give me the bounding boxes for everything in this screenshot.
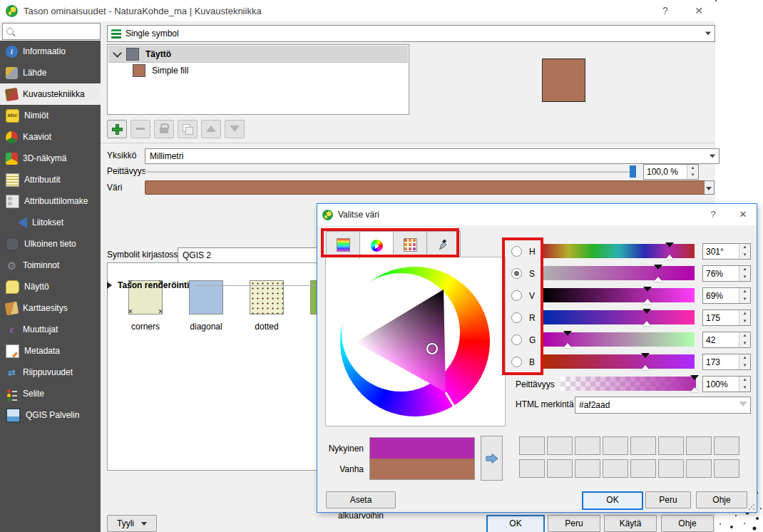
style-menu-button[interactable]: Tyyli bbox=[107, 515, 157, 532]
swatch-cell[interactable] bbox=[547, 436, 573, 455]
close-window-button[interactable]: ✕ bbox=[685, 0, 713, 21]
hue-slider[interactable] bbox=[543, 244, 695, 258]
spin-buttons[interactable]: ▲▼ bbox=[739, 310, 750, 325]
add-to-swatches-button[interactable] bbox=[481, 436, 503, 481]
spin-down-icon[interactable]: ▼ bbox=[739, 340, 750, 348]
hue-spinbox[interactable]: 301°▲▼ bbox=[702, 243, 751, 260]
ok-button[interactable]: OK bbox=[486, 515, 545, 532]
swatch-cell[interactable] bbox=[714, 436, 739, 455]
dialog-cancel-button[interactable]: Peru bbox=[645, 491, 691, 508]
swatch-cell[interactable] bbox=[603, 459, 628, 478]
spin-buttons[interactable]: ▲▼ bbox=[739, 288, 750, 303]
sidebar-item-rendering[interactable]: Karttaesitys bbox=[0, 297, 101, 319]
blue-slider[interactable] bbox=[543, 354, 695, 369]
sidebar-item-display[interactable]: Näyttö bbox=[0, 276, 101, 297]
sidebar-item-symbology[interactable]: Kuvaustekniikka bbox=[0, 83, 101, 105]
sidebar-item-view3d[interactable]: 3D-näkymä bbox=[0, 148, 101, 169]
move-down-button[interactable] bbox=[225, 120, 245, 138]
spin-up-icon[interactable]: ▲ bbox=[739, 310, 750, 318]
spin-buttons[interactable]: ▲▼ bbox=[687, 165, 698, 179]
opacity-spinbox[interactable]: 100,0 % ▲▼ bbox=[643, 164, 699, 180]
sidebar-item-actions[interactable]: Toiminnot bbox=[0, 255, 101, 276]
html-notation-input[interactable]: #af2aad bbox=[575, 397, 751, 414]
saturation-spinbox[interactable]: 76%▲▼ bbox=[702, 265, 751, 282]
tab-color-swatches[interactable] bbox=[393, 231, 426, 258]
tab-color-wheel[interactable] bbox=[359, 231, 393, 259]
spin-down-icon[interactable]: ▼ bbox=[739, 318, 750, 326]
expand-chevron-icon[interactable] bbox=[113, 48, 122, 58]
opacity-slider[interactable] bbox=[145, 171, 630, 173]
green-spinbox[interactable]: 42▲▼ bbox=[702, 332, 751, 348]
spin-up-icon[interactable]: ▲ bbox=[739, 354, 750, 362]
radio-saturation[interactable] bbox=[511, 268, 522, 279]
spin-down-icon[interactable]: ▼ bbox=[739, 296, 750, 304]
swatch-cell[interactable] bbox=[575, 436, 600, 455]
radio-value[interactable] bbox=[511, 290, 522, 301]
radio-green[interactable] bbox=[511, 334, 522, 345]
swatch-cell[interactable] bbox=[519, 459, 545, 478]
spin-down-icon[interactable]: ▼ bbox=[739, 252, 750, 260]
tab-color-ramp[interactable] bbox=[326, 231, 359, 258]
tab-color-sampler[interactable] bbox=[426, 231, 461, 258]
remove-symbol-layer-button[interactable] bbox=[130, 120, 150, 138]
opacity-slider-handle[interactable] bbox=[630, 165, 636, 178]
red-spinbox[interactable]: 175▲▼ bbox=[702, 310, 751, 326]
spin-up-icon[interactable]: ▲ bbox=[687, 165, 698, 172]
sidebar-search-input[interactable] bbox=[2, 23, 101, 40]
apply-button[interactable]: Käytä bbox=[604, 515, 657, 532]
spin-down-icon[interactable]: ▼ bbox=[739, 362, 750, 370]
swatch-cell[interactable] bbox=[575, 459, 600, 478]
swatch-cell[interactable] bbox=[686, 436, 712, 455]
spin-buttons[interactable]: ▲▼ bbox=[739, 332, 750, 347]
dialog-help-button[interactable]: ? bbox=[701, 204, 725, 225]
dialog-help-button2[interactable]: Ohje bbox=[696, 491, 747, 508]
radio-blue[interactable] bbox=[511, 357, 522, 367]
swatch-cell[interactable] bbox=[519, 436, 545, 455]
dialog-ok-button[interactable]: OK bbox=[582, 491, 643, 510]
spin-buttons[interactable]: ▲▼ bbox=[739, 377, 750, 392]
swatch-cell[interactable] bbox=[630, 436, 656, 455]
sidebar-item-variables[interactable]: Muuttujat bbox=[0, 319, 101, 340]
add-symbol-layer-button[interactable] bbox=[107, 120, 127, 138]
sidebar-item-dependencies[interactable]: Riippuvuudet bbox=[0, 362, 101, 383]
symbol-tree-child-row[interactable]: Simple fill bbox=[108, 63, 188, 78]
spin-buttons[interactable]: ▲▼ bbox=[739, 354, 750, 369]
green-slider[interactable] bbox=[543, 332, 695, 347]
sidebar-item-attributes[interactable]: Attribuutit bbox=[0, 169, 101, 190]
renderer-combo[interactable]: Single symbol bbox=[107, 25, 715, 42]
swatch-cell[interactable] bbox=[658, 436, 684, 455]
sidebar-item-auxiliary[interactable]: Ulkoinen tieto bbox=[0, 233, 101, 255]
swatch-cell[interactable] bbox=[686, 459, 712, 478]
spin-buttons[interactable]: ▲▼ bbox=[739, 244, 750, 259]
sv-triangle[interactable] bbox=[340, 267, 490, 416]
reset-button[interactable]: Aseta alkuarvoihin bbox=[326, 491, 396, 508]
duplicate-symbol-layer-button[interactable] bbox=[178, 120, 198, 138]
dialog-opacity-slider[interactable] bbox=[560, 377, 696, 391]
cancel-button[interactable]: Peru bbox=[548, 515, 600, 532]
value-spinbox[interactable]: 69%▲▼ bbox=[702, 287, 751, 304]
dialog-close-button[interactable]: ✕ bbox=[731, 204, 755, 225]
blue-spinbox[interactable]: 173▲▼ bbox=[702, 354, 751, 370]
sidebar-item-metadata[interactable]: Metadata bbox=[0, 340, 101, 362]
sidebar-item-form[interactable]: Attribuuttilomake bbox=[0, 190, 101, 212]
radio-hue[interactable] bbox=[511, 246, 522, 257]
sidebar-item-diagrams[interactable]: Kaaviot bbox=[0, 126, 101, 148]
color-wheel-panel[interactable] bbox=[325, 257, 506, 426]
saturation-slider[interactable] bbox=[543, 266, 695, 280]
dialog-opacity-spinbox[interactable]: 100%▲▼ bbox=[702, 376, 751, 392]
spin-up-icon[interactable]: ▲ bbox=[739, 244, 750, 252]
spin-up-icon[interactable]: ▲ bbox=[739, 288, 750, 296]
fill-color-button[interactable] bbox=[145, 180, 706, 195]
swatch-cell[interactable] bbox=[714, 459, 739, 478]
radio-red[interactable] bbox=[511, 312, 522, 323]
swatch-cell[interactable] bbox=[603, 436, 628, 455]
spin-up-icon[interactable]: ▲ bbox=[739, 332, 750, 340]
spin-up-icon[interactable]: ▲ bbox=[739, 377, 750, 384]
symbol-tree-root-row[interactable]: Täyttö bbox=[108, 46, 408, 63]
spin-up-icon[interactable]: ▲ bbox=[739, 266, 750, 274]
sidebar-item-source[interactable]: Lähde bbox=[0, 62, 101, 83]
swatch-cell[interactable] bbox=[658, 459, 684, 478]
sidebar-item-server[interactable]: QGIS Palvelin bbox=[0, 404, 101, 426]
sidebar-item-info[interactable]: Informaatio bbox=[0, 41, 101, 62]
unit-combo[interactable]: Millimetri bbox=[145, 148, 720, 164]
